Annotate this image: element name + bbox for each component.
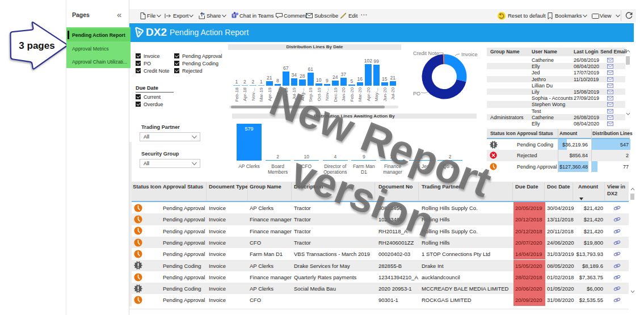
svg-text:3 pages: 3 pages [19,40,54,51]
